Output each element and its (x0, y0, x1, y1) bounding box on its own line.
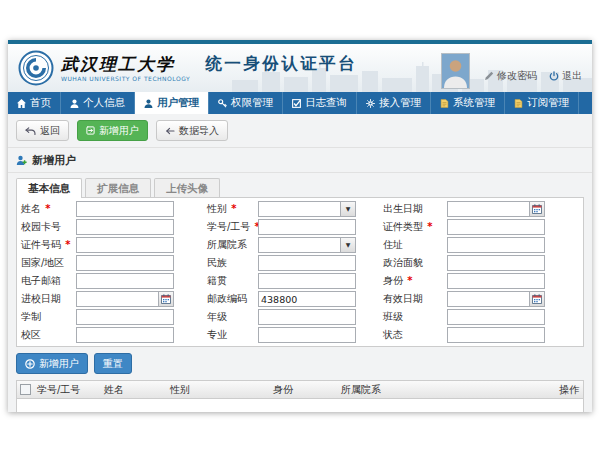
back-button[interactable]: 返回 (16, 120, 69, 141)
campus-card-value[interactable] (77, 220, 173, 234)
nav-tab-profile[interactable]: 个人信息 (61, 92, 135, 114)
status-value[interactable] (448, 328, 544, 342)
schooling-length-input[interactable] (76, 309, 174, 325)
calendar-icon[interactable] (529, 202, 544, 216)
add-user-toolbar-button[interactable]: 新增用户 (77, 120, 148, 141)
form-field-gender: 性别 *▼ (207, 200, 383, 218)
major-value[interactable] (259, 328, 355, 342)
back-arrow-icon (25, 127, 36, 135)
key-icon (218, 99, 227, 108)
form-field-grade: 年级 (207, 308, 383, 326)
form-panel: 姓名 *性别 *▼出生日期 校园卡号 学号/工号 *证件类型 *证件号码 *所属… (16, 197, 584, 347)
schooling-length-value[interactable] (77, 310, 173, 324)
tab-upload-avatar[interactable]: 上传头像 (154, 178, 220, 197)
form-field-class: 班级 (383, 308, 579, 326)
import-arrow-icon (165, 127, 175, 135)
department-value[interactable] (259, 238, 340, 252)
enroll-date-value[interactable] (77, 292, 158, 306)
nav-tab-home[interactable]: 首页 (8, 92, 61, 114)
native-place-input[interactable] (258, 273, 356, 289)
enroll-date-date-input[interactable] (76, 291, 174, 307)
user-form: 姓名 *性别 *▼出生日期 校园卡号 学号/工号 *证件类型 *证件号码 *所属… (21, 200, 579, 344)
country-value[interactable] (77, 256, 173, 270)
field-label-schooling-length: 学制 (21, 310, 76, 324)
id-number-value[interactable] (77, 238, 173, 252)
power-icon (549, 71, 559, 81)
user-table: 学号/工号姓名性别身份所属院系操作 (16, 380, 584, 412)
ethnicity-input[interactable] (258, 255, 356, 271)
address-value[interactable] (448, 238, 544, 252)
nav-tab-permission-mgmt[interactable]: 权限管理 (209, 92, 283, 114)
major-input[interactable] (258, 327, 356, 343)
add-user-toolbar-label: 新增用户 (99, 124, 139, 138)
data-import-button[interactable]: 数据导入 (156, 120, 228, 141)
field-label-political-status: 政治面貌 (383, 256, 447, 270)
pencil-icon (484, 71, 494, 81)
tab-extended-info[interactable]: 扩展信息 (85, 178, 151, 197)
nav-tab-access-mgmt[interactable]: 接入管理 (357, 92, 431, 114)
ethnicity-value[interactable] (259, 256, 355, 270)
logout-link[interactable]: 退出 (549, 69, 582, 83)
university-name-en: WUHAN UNIVERSITY OF TECHNOLOGY (61, 75, 190, 82)
nav-tab-subscription-mgmt[interactable]: 订阅管理 (505, 92, 579, 114)
calendar-icon[interactable] (158, 292, 173, 306)
reset-button[interactable]: 重置 (94, 353, 132, 374)
id-number-input[interactable] (76, 237, 174, 253)
submit-add-user-button[interactable]: 新增用户 (16, 353, 88, 374)
select-all-checkbox[interactable] (20, 384, 31, 395)
class-value[interactable] (448, 310, 544, 324)
form-field-ethnicity: 民族 (207, 254, 383, 272)
tab-basic-info[interactable]: 基本信息 (16, 178, 82, 198)
native-place-value[interactable] (259, 274, 355, 288)
campus-input[interactable] (76, 327, 174, 343)
nav-tab-user-mgmt[interactable]: 用户管理 (135, 92, 209, 114)
postal-code-value[interactable] (259, 292, 355, 306)
identity-input[interactable] (447, 273, 545, 289)
grade-value[interactable] (259, 310, 355, 324)
political-status-value[interactable] (448, 256, 544, 270)
section-title: 新增用户 (32, 153, 76, 168)
political-status-input[interactable] (447, 255, 545, 271)
status-input[interactable] (447, 327, 545, 343)
nav-tab-log-query[interactable]: 日志查询 (283, 92, 357, 114)
country-input[interactable] (76, 255, 174, 271)
form-field-name: 姓名 * (21, 200, 207, 218)
valid-date-value[interactable] (448, 292, 529, 306)
student-id-value[interactable] (259, 220, 355, 234)
identity-value[interactable] (448, 274, 544, 288)
birth-date-date-input[interactable] (447, 201, 545, 217)
nav-tab-label: 接入管理 (379, 96, 421, 110)
page-title: 统一身份认证平台 (205, 53, 357, 75)
form-field-status: 状态 (383, 326, 579, 344)
birth-date-value[interactable] (448, 202, 529, 216)
plus-circle-icon (25, 359, 35, 369)
id-type-input[interactable] (447, 219, 545, 235)
name-value[interactable] (77, 202, 173, 216)
student-id-input[interactable] (258, 219, 356, 235)
gender-value[interactable] (259, 202, 340, 216)
address-input[interactable] (447, 237, 545, 253)
change-password-link[interactable]: 修改密码 (484, 69, 537, 83)
user-plus-icon (16, 155, 27, 166)
nav-tab-system-mgmt[interactable]: 系统管理 (431, 92, 505, 114)
form-field-valid-date: 有效日期 (383, 290, 579, 308)
gender-select[interactable]: ▼ (258, 201, 356, 217)
name-input[interactable] (76, 201, 174, 217)
campus-card-input[interactable] (76, 219, 174, 235)
calendar-icon[interactable] (529, 292, 544, 306)
email-input[interactable] (76, 273, 174, 289)
chevron-down-icon[interactable]: ▼ (340, 238, 355, 252)
id-type-value[interactable] (448, 220, 544, 234)
postal-code-input[interactable] (258, 291, 356, 307)
department-select[interactable]: ▼ (258, 237, 356, 253)
section-header: 新增用户 (8, 148, 592, 173)
form-tabs: 基本信息扩展信息上传头像 (8, 173, 592, 197)
toolbar: 返回 新增用户 数据导入 (8, 114, 592, 148)
email-value[interactable] (77, 274, 173, 288)
campus-value[interactable] (77, 328, 173, 342)
grade-input[interactable] (258, 309, 356, 325)
chevron-down-icon[interactable]: ▼ (340, 202, 355, 216)
valid-date-date-input[interactable] (447, 291, 545, 307)
nav-tab-label: 个人信息 (83, 96, 125, 110)
class-input[interactable] (447, 309, 545, 325)
